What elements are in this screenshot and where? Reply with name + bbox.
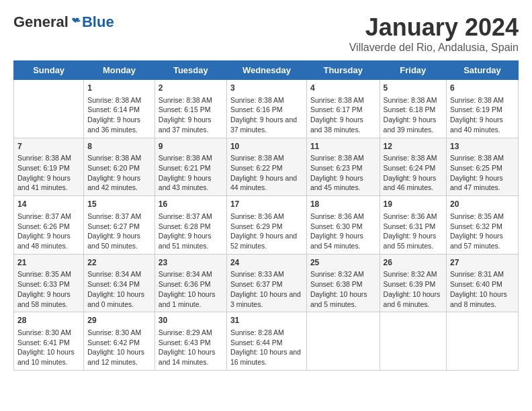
day-info: Sunrise: 8:34 AMSunset: 6:34 PMDaylight:… [87, 269, 151, 309]
day-number: 24 [230, 257, 303, 269]
day-number: 23 [159, 257, 223, 269]
day-info: Sunrise: 8:32 AMSunset: 6:38 PMDaylight:… [310, 269, 376, 309]
calendar-cell: 31Sunrise: 8:28 AMSunset: 6:44 PMDayligh… [226, 312, 306, 371]
day-info: Sunrise: 8:37 AMSunset: 6:26 PMDaylight:… [17, 212, 80, 251]
title-section: January 2024 Villaverde del Rio, Andalus… [349, 13, 519, 54]
main-title: January 2024 [349, 13, 519, 42]
calendar-cell: 12Sunrise: 8:38 AMSunset: 6:24 PMDayligh… [380, 138, 446, 196]
day-header-saturday: Saturday [447, 61, 519, 80]
calendar-cell: 14Sunrise: 8:37 AMSunset: 6:26 PMDayligh… [14, 196, 84, 255]
day-header-monday: Monday [84, 61, 155, 80]
calendar-cell [306, 312, 380, 371]
calendar-cell: 22Sunrise: 8:34 AMSunset: 6:34 PMDayligh… [84, 254, 155, 312]
calendar-cell: 21Sunrise: 8:35 AMSunset: 6:33 PMDayligh… [14, 254, 84, 312]
subtitle: Villaverde del Rio, Andalusia, Spain [349, 42, 519, 54]
day-info: Sunrise: 8:38 AMSunset: 6:19 PMDaylight:… [17, 153, 80, 193]
calendar-table: SundayMondayTuesdayWednesdayThursdayFrid… [13, 60, 519, 371]
day-number: 27 [450, 257, 515, 269]
header: General Blue January 2024 Villaverde del… [13, 13, 519, 54]
calendar-cell: 2Sunrise: 8:38 AMSunset: 6:15 PMDaylight… [154, 80, 226, 138]
day-info: Sunrise: 8:38 AMSunset: 6:21 PMDaylight:… [159, 153, 223, 193]
day-number: 18 [310, 199, 376, 210]
day-number: 8 [87, 141, 151, 152]
day-info: Sunrise: 8:38 AMSunset: 6:17 PMDaylight:… [310, 95, 376, 135]
day-info: Sunrise: 8:37 AMSunset: 6:27 PMDaylight:… [87, 212, 151, 251]
logo: General Blue [13, 13, 114, 31]
day-header-thursday: Thursday [306, 61, 380, 80]
calendar-cell: 13Sunrise: 8:38 AMSunset: 6:25 PMDayligh… [447, 138, 519, 196]
day-info: Sunrise: 8:38 AMSunset: 6:25 PMDaylight:… [450, 153, 515, 193]
day-info: Sunrise: 8:38 AMSunset: 6:14 PMDaylight:… [87, 95, 151, 135]
calendar-cell: 23Sunrise: 8:34 AMSunset: 6:36 PMDayligh… [154, 254, 226, 312]
day-info: Sunrise: 8:38 AMSunset: 6:22 PMDaylight:… [230, 153, 303, 193]
day-number: 31 [230, 315, 303, 326]
calendar-cell: 6Sunrise: 8:38 AMSunset: 6:19 PMDaylight… [447, 80, 519, 138]
day-number: 6 [450, 83, 515, 94]
day-number: 13 [450, 141, 515, 152]
day-number: 4 [310, 83, 376, 94]
day-number: 3 [230, 83, 303, 94]
day-number: 14 [17, 199, 80, 210]
day-info: Sunrise: 8:38 AMSunset: 6:15 PMDaylight:… [159, 95, 223, 135]
day-number: 5 [384, 83, 443, 94]
calendar-cell: 17Sunrise: 8:36 AMSunset: 6:29 PMDayligh… [226, 196, 306, 255]
calendar-cell: 26Sunrise: 8:32 AMSunset: 6:39 PMDayligh… [380, 254, 446, 312]
day-header-tuesday: Tuesday [154, 61, 226, 80]
calendar-cell: 1Sunrise: 8:38 AMSunset: 6:14 PMDaylight… [84, 80, 155, 138]
day-info: Sunrise: 8:37 AMSunset: 6:28 PMDaylight:… [159, 212, 223, 251]
calendar-cell: 29Sunrise: 8:30 AMSunset: 6:42 PMDayligh… [84, 312, 155, 371]
day-info: Sunrise: 8:32 AMSunset: 6:39 PMDaylight:… [384, 269, 443, 309]
calendar-cell [380, 312, 446, 371]
day-number: 10 [230, 141, 303, 152]
day-info: Sunrise: 8:36 AMSunset: 6:30 PMDaylight:… [310, 212, 376, 251]
day-number: 7 [17, 141, 80, 152]
calendar-cell: 4Sunrise: 8:38 AMSunset: 6:17 PMDaylight… [306, 80, 380, 138]
day-number: 19 [384, 199, 443, 210]
day-number: 9 [159, 141, 223, 152]
logo-blue-text: Blue [82, 13, 114, 31]
day-header-wednesday: Wednesday [226, 61, 306, 80]
day-info: Sunrise: 8:38 AMSunset: 6:20 PMDaylight:… [87, 153, 151, 193]
calendar-cell: 7Sunrise: 8:38 AMSunset: 6:19 PMDaylight… [14, 138, 84, 196]
day-info: Sunrise: 8:36 AMSunset: 6:31 PMDaylight:… [384, 212, 443, 251]
day-header-sunday: Sunday [14, 61, 84, 80]
day-info: Sunrise: 8:38 AMSunset: 6:24 PMDaylight:… [384, 153, 443, 193]
day-info: Sunrise: 8:35 AMSunset: 6:33 PMDaylight:… [17, 269, 80, 309]
day-number: 20 [450, 199, 515, 210]
day-number: 29 [87, 315, 151, 326]
calendar-cell: 25Sunrise: 8:32 AMSunset: 6:38 PMDayligh… [306, 254, 380, 312]
day-info: Sunrise: 8:36 AMSunset: 6:29 PMDaylight:… [230, 212, 303, 251]
calendar-cell: 15Sunrise: 8:37 AMSunset: 6:27 PMDayligh… [84, 196, 155, 255]
calendar-cell: 11Sunrise: 8:38 AMSunset: 6:23 PMDayligh… [306, 138, 380, 196]
calendar-cell: 9Sunrise: 8:38 AMSunset: 6:21 PMDaylight… [154, 138, 226, 196]
calendar-cell: 20Sunrise: 8:35 AMSunset: 6:32 PMDayligh… [447, 196, 519, 255]
calendar-cell: 16Sunrise: 8:37 AMSunset: 6:28 PMDayligh… [154, 196, 226, 255]
calendar-cell [14, 80, 84, 138]
day-number: 28 [17, 315, 80, 326]
calendar-cell: 27Sunrise: 8:31 AMSunset: 6:40 PMDayligh… [447, 254, 519, 312]
day-number: 21 [17, 257, 80, 269]
calendar-cell: 8Sunrise: 8:38 AMSunset: 6:20 PMDaylight… [84, 138, 155, 196]
day-info: Sunrise: 8:33 AMSunset: 6:37 PMDaylight:… [230, 269, 303, 309]
day-number: 16 [159, 199, 223, 210]
day-number: 17 [230, 199, 303, 210]
calendar-cell: 5Sunrise: 8:38 AMSunset: 6:18 PMDaylight… [380, 80, 446, 138]
day-number: 1 [87, 83, 151, 94]
day-number: 12 [384, 141, 443, 152]
day-number: 2 [159, 83, 223, 94]
calendar-cell: 3Sunrise: 8:38 AMSunset: 6:16 PMDaylight… [226, 80, 306, 138]
day-info: Sunrise: 8:38 AMSunset: 6:19 PMDaylight:… [450, 95, 515, 135]
day-info: Sunrise: 8:38 AMSunset: 6:23 PMDaylight:… [310, 153, 376, 193]
day-number: 11 [310, 141, 376, 152]
day-header-friday: Friday [380, 61, 446, 80]
calendar-cell: 30Sunrise: 8:29 AMSunset: 6:43 PMDayligh… [154, 312, 226, 371]
day-number: 22 [87, 257, 151, 269]
logo-general-text: General [13, 13, 69, 31]
day-info: Sunrise: 8:30 AMSunset: 6:42 PMDaylight:… [87, 328, 151, 367]
calendar-cell: 18Sunrise: 8:36 AMSunset: 6:30 PMDayligh… [306, 196, 380, 255]
logo-bird-icon [70, 16, 82, 28]
day-info: Sunrise: 8:30 AMSunset: 6:41 PMDaylight:… [17, 328, 80, 367]
day-number: 30 [159, 315, 223, 326]
day-info: Sunrise: 8:31 AMSunset: 6:40 PMDaylight:… [450, 269, 515, 309]
day-number: 26 [384, 257, 443, 269]
